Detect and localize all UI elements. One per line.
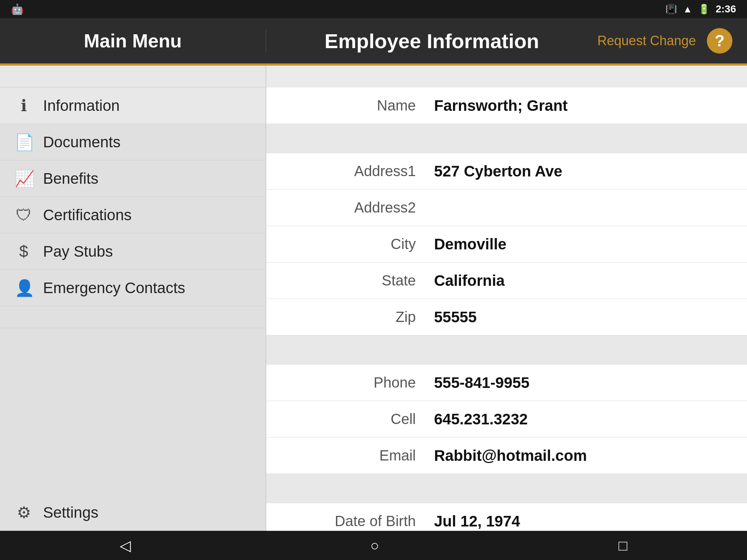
bottom-nav: ◁ ○ □: [0, 531, 747, 560]
label-dob: Date of Birth: [288, 513, 434, 529]
field-row-address1: Address1 527 Cyberton Ave: [266, 153, 747, 190]
content-area: Name Farnsworth; Grant Address1 527 Cybe…: [266, 66, 747, 531]
header-title-area: Employee Information: [266, 29, 597, 53]
label-email: Email: [288, 447, 434, 464]
status-bar-left: 🤖: [11, 3, 24, 15]
field-row-phone: Phone 555-841-9955: [266, 365, 747, 401]
emergency-contacts-icon: 👤: [15, 279, 33, 298]
field-row-name: Name Farnsworth; Grant: [266, 88, 747, 124]
certifications-icon: 🛡: [15, 206, 33, 224]
value-zip: 55555: [434, 308, 477, 326]
field-row-address2: Address2: [266, 190, 747, 226]
label-state: State: [288, 272, 434, 289]
sidebar-item-label-certifications: Certifications: [43, 206, 132, 224]
value-email: Rabbit@hotmail.com: [434, 447, 587, 464]
spacer-after-zip: [266, 335, 747, 365]
request-change-button[interactable]: Request Change: [597, 33, 696, 48]
sidebar-item-label-information: Information: [43, 97, 120, 114]
main-menu-title: Main Menu: [84, 30, 182, 52]
status-bar: 🤖 📳 ▲ 🔋 2:36: [0, 0, 747, 18]
field-row-state: State California: [266, 262, 747, 299]
sidebar-item-label-emergency-contacts: Emergency Contacts: [43, 279, 185, 297]
value-address1: 527 Cyberton Ave: [434, 163, 562, 180]
label-phone: Phone: [288, 374, 434, 391]
sidebar-item-certifications[interactable]: 🛡 Certifications: [0, 197, 266, 233]
documents-icon: 📄: [15, 133, 33, 152]
sidebar-item-documents[interactable]: 📄 Documents: [0, 124, 266, 160]
back-button[interactable]: ◁: [120, 537, 131, 554]
main-layout: ℹ Information 📄 Documents 📈 Benefits 🛡 C…: [0, 66, 747, 531]
header-main-menu: Main Menu: [0, 30, 266, 52]
sidebar-item-label-documents: Documents: [43, 133, 120, 151]
value-phone: 555-841-9955: [434, 374, 530, 392]
settings-icon: ⚙: [15, 503, 33, 522]
wifi-icon: ▲: [683, 4, 692, 15]
recent-button[interactable]: □: [619, 537, 627, 554]
sidebar-item-pay-stubs[interactable]: $ Pay Stubs: [0, 233, 266, 270]
spacer-after-name: [266, 124, 747, 153]
value-name: Farnsworth; Grant: [434, 97, 568, 114]
field-row-city: City Demoville: [266, 226, 747, 262]
field-row-zip: Zip 55555: [266, 299, 747, 335]
clock: 2:36: [716, 3, 736, 15]
vibrate-icon: 📳: [665, 4, 677, 15]
android-icon: 🤖: [11, 3, 24, 15]
information-icon: ℹ: [15, 96, 33, 115]
help-button[interactable]: ?: [707, 28, 732, 54]
sidebar-item-settings[interactable]: ⚙ Settings: [0, 494, 266, 531]
sidebar: ℹ Information 📄 Documents 📈 Benefits 🛡 C…: [0, 66, 266, 531]
label-city: City: [288, 236, 434, 252]
content-top-spacer: [266, 66, 747, 88]
header: Main Menu Employee Information Request C…: [0, 18, 747, 66]
label-zip: Zip: [288, 309, 434, 325]
sidebar-item-label-settings: Settings: [43, 504, 98, 521]
field-row-cell: Cell 645.231.3232: [266, 401, 747, 438]
label-name: Name: [288, 97, 434, 114]
benefits-icon: 📈: [15, 169, 33, 188]
field-row-dob: Date of Birth Jul 12, 1974: [266, 503, 747, 531]
page-title: Employee Information: [325, 29, 539, 53]
battery-icon: 🔋: [698, 4, 710, 15]
value-cell: 645.231.3232: [434, 411, 528, 428]
status-bar-right: 📳 ▲ 🔋 2:36: [665, 3, 736, 15]
sidebar-bottom: ⚙ Settings: [0, 494, 266, 531]
value-city: Demoville: [434, 236, 506, 253]
spacer-after-email: [266, 474, 747, 503]
label-cell: Cell: [288, 411, 434, 427]
label-address1: Address1: [288, 163, 434, 179]
header-actions: Request Change ?: [597, 28, 747, 54]
sidebar-item-label-pay-stubs: Pay Stubs: [43, 243, 113, 260]
sidebar-top-spacer: [0, 66, 266, 88]
sidebar-gap: [0, 306, 266, 328]
value-state: California: [434, 272, 505, 289]
label-address2: Address2: [288, 199, 434, 216]
sidebar-item-benefits[interactable]: 📈 Benefits: [0, 160, 266, 197]
pay-stubs-icon: $: [15, 242, 33, 261]
sidebar-item-information[interactable]: ℹ Information: [0, 88, 266, 124]
home-button[interactable]: ○: [370, 537, 379, 554]
sidebar-item-emergency-contacts[interactable]: 👤 Emergency Contacts: [0, 270, 266, 306]
field-row-email: Email Rabbit@hotmail.com: [266, 438, 747, 474]
sidebar-item-label-benefits: Benefits: [43, 170, 98, 187]
value-dob: Jul 12, 1974: [434, 513, 520, 530]
